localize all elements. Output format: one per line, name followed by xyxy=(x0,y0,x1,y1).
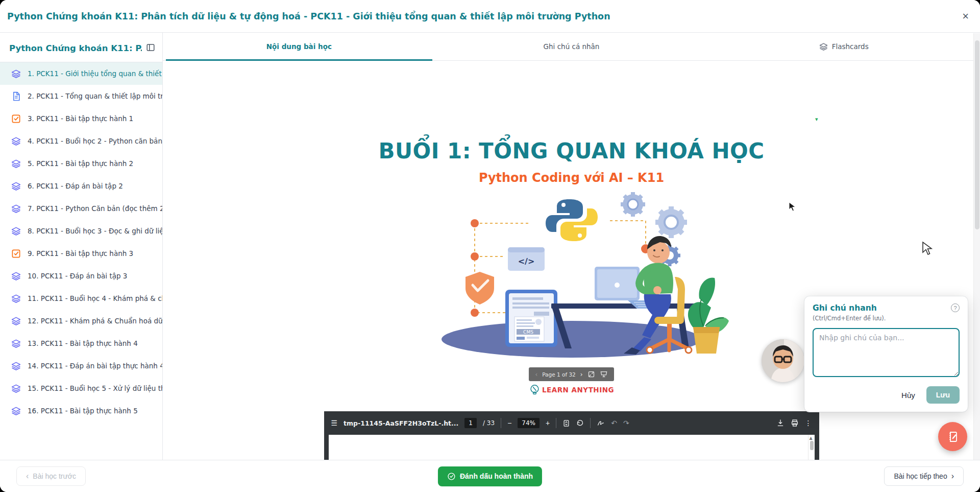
help-icon[interactable]: ? xyxy=(951,303,960,312)
pager-prev-icon[interactable]: ‹ xyxy=(535,371,537,378)
fit-page-icon[interactable] xyxy=(562,419,570,427)
lesson-list-item[interactable]: 15. PCK11 - Buổi học 5 - Xử lý dữ liệu t… xyxy=(0,377,162,400)
lesson-item-label: 12. PCK11 - Khám phá & Chuẩn hoá dữ liệ xyxy=(28,317,162,325)
quick-note-input[interactable] xyxy=(813,328,960,377)
flashcards-layers-icon xyxy=(819,42,828,51)
lesson-list-item[interactable]: 11. PCK11 - Buổi học 4 - Khám phá & chuẩ xyxy=(0,287,162,310)
pdf-menu-icon[interactable]: ☰ xyxy=(331,419,338,427)
layers-icon xyxy=(11,406,21,416)
lesson-list-item[interactable]: 5. PCK11 - Bài tập thực hành 2 xyxy=(0,152,162,175)
content-tabs: Nội dung bài học Ghi chú cá nhân Flashca… xyxy=(163,33,980,61)
lesson-list-item[interactable]: 1. PCK11 - Giới thiệu tổng quan & thiết … xyxy=(0,62,162,85)
mark-complete-button[interactable]: Đánh dấu hoàn thành xyxy=(438,466,542,486)
lesson-list-item[interactable]: 3. PCK11 - Bài tập thực hành 1 xyxy=(0,107,162,130)
zoom-in-icon[interactable]: + xyxy=(546,419,550,427)
print-icon[interactable] xyxy=(791,419,799,427)
pdf-page-total: / 33 xyxy=(483,419,495,427)
slide-illustration: </> xyxy=(413,190,730,359)
lesson-list: 1. PCK11 - Giới thiệu tổng quan & thiết … xyxy=(0,62,162,460)
sidebar-course-title: Python Chứng khoán K11: P... xyxy=(9,43,142,53)
lesson-list-item[interactable]: 7. PCK11 - Python Căn bản (đọc thêm 2) xyxy=(0,197,162,220)
pdf-page-input[interactable]: 1 xyxy=(464,418,477,428)
lesson-item-label: 14. PCK11 - Đáp án bài tập thực hành 4 xyxy=(28,362,162,370)
more-options-icon[interactable]: ⋮ xyxy=(805,419,812,427)
layers-icon xyxy=(11,316,21,326)
lesson-list-item[interactable]: 6. PCK11 - Đáp án bài tập 2 xyxy=(0,175,162,197)
pdf-viewer: ☰ tmp-11145-AaSFF2H3oTzL-.ht... 1 / 33 −… xyxy=(324,411,819,460)
lesson-item-label: 7. PCK11 - Python Căn bản (đọc thêm 2) xyxy=(28,204,162,213)
lesson-item-label: 8. PCK11 - Buổi học 3 - Đọc & ghi dữ liệ… xyxy=(28,227,162,235)
pager-next-icon[interactable]: › xyxy=(580,371,583,378)
slide-corner-mark: ▾ xyxy=(815,116,818,123)
brand-logo: LEARN ANYTHING xyxy=(529,384,614,395)
layers-icon xyxy=(11,384,21,393)
pdf-filename: tmp-11145-AaSFF2H3oTzL-.ht... xyxy=(344,419,458,427)
tab-lesson-content[interactable]: Nội dung bài học xyxy=(163,33,435,60)
lesson-list-item[interactable]: 2. PCK11 - Tổng quan & thiết lập môi trư… xyxy=(0,85,162,107)
check-square-icon xyxy=(11,249,21,259)
layers-icon xyxy=(11,226,21,236)
tab-flashcards[interactable]: Flashcards xyxy=(707,33,980,60)
tab-label: Flashcards xyxy=(832,42,869,51)
layers-icon xyxy=(11,159,21,169)
pdf-scroll-thumb[interactable] xyxy=(810,441,814,450)
quick-note-hint: (Ctrl/Cmd+Enter để lưu). xyxy=(813,315,960,322)
download-icon[interactable] xyxy=(776,419,785,427)
lesson-item-label: 4. PCK11 - Buổi học 2 - Python căn bản xyxy=(28,137,162,145)
content-scroll-thumb[interactable] xyxy=(975,40,979,229)
scroll-up-icon[interactable]: ▲ xyxy=(810,436,813,440)
tab-personal-notes[interactable]: Ghi chú cá nhân xyxy=(435,33,708,60)
rotate-icon[interactable] xyxy=(576,419,584,427)
redo-icon[interactable]: ↷ xyxy=(623,419,629,427)
dialog-header: Python Chứng khoán K11: Phân tích dữ liệ… xyxy=(0,0,980,33)
lesson-item-label: 1. PCK11 - Giới thiệu tổng quan & thiết … xyxy=(28,69,162,78)
tab-label: Nội dung bài học xyxy=(266,42,332,51)
lesson-item-label: 3. PCK11 - Bài tập thực hành 1 xyxy=(28,114,133,123)
note-pen-icon xyxy=(947,431,959,443)
slide-title: BUỔI 1: TỔNG QUAN KHOÁ HỌC xyxy=(324,138,819,163)
lesson-list-item[interactable]: 9. PCK11 - Bài tập thực hành 3 xyxy=(0,242,162,265)
check-circle-icon xyxy=(447,472,456,481)
lesson-list-item[interactable]: 16. PCK11 - Bài tập thực hành 5 xyxy=(0,400,162,422)
next-lesson-button[interactable]: Bài học tiếp theo › xyxy=(884,466,964,486)
instructor-webcam-avatar xyxy=(762,339,804,382)
collapse-sidebar-icon[interactable] xyxy=(146,43,155,54)
chevron-right-icon: › xyxy=(951,472,954,480)
layers-icon xyxy=(11,361,21,371)
content-scrollbar[interactable] xyxy=(973,33,980,460)
layers-icon xyxy=(11,69,21,79)
pdf-zoom-level[interactable]: 74% xyxy=(518,418,540,428)
pdf-page-canvas: ▲ xyxy=(329,435,815,460)
layers-icon xyxy=(11,204,21,214)
layers-icon xyxy=(11,294,21,303)
lesson-list-item[interactable]: 13. PCK11 - Bài tập thực hành 4 xyxy=(0,332,162,355)
lesson-item-label: 2. PCK11 - Tổng quan & thiết lập môi trư… xyxy=(28,92,162,100)
document-icon xyxy=(11,91,21,101)
popout-icon[interactable] xyxy=(587,370,595,378)
pdf-scrollbar[interactable]: ▲ xyxy=(808,435,815,460)
lesson-list-item[interactable]: 14. PCK11 - Đáp án bài tập thực hành 4 xyxy=(0,355,162,377)
cancel-note-button[interactable]: Hủy xyxy=(895,387,921,404)
zoom-out-icon[interactable]: − xyxy=(507,419,511,427)
lesson-item-label: 9. PCK11 - Bài tập thực hành 3 xyxy=(28,249,133,257)
previous-lesson-label: Bài học trước xyxy=(33,472,76,480)
chevron-left-icon: ‹ xyxy=(26,472,29,480)
save-note-button[interactable]: Lưu xyxy=(926,386,960,404)
layers-icon xyxy=(11,339,21,348)
layers-icon xyxy=(11,271,21,281)
lesson-list-item[interactable]: 8. PCK11 - Buổi học 3 - Đọc & ghi dữ liệ… xyxy=(0,220,162,242)
brand-lamp-icon xyxy=(529,384,540,395)
close-icon[interactable]: × xyxy=(962,11,969,22)
present-icon[interactable] xyxy=(600,370,608,378)
lesson-list-item[interactable]: 4. PCK11 - Buổi học 2 - Python căn bản xyxy=(0,130,162,152)
undo-icon[interactable]: ↶ xyxy=(611,419,617,427)
lesson-list-item[interactable]: 12. PCK11 - Khám phá & Chuẩn hoá dữ liệ xyxy=(0,310,162,332)
lesson-list-item[interactable]: 10. PCK11 - Đáp án bài tập 3 xyxy=(0,265,162,287)
shield-illustration xyxy=(465,272,494,304)
slide-subtitle: Python Coding với AI – K11 xyxy=(324,171,819,185)
annotate-icon[interactable] xyxy=(597,419,605,427)
previous-lesson-button[interactable]: ‹ Bài học trước xyxy=(16,466,86,486)
quick-note-fab[interactable] xyxy=(938,422,967,451)
check-square-icon xyxy=(11,114,21,124)
mark-complete-label: Đánh dấu hoàn thành xyxy=(460,472,533,480)
